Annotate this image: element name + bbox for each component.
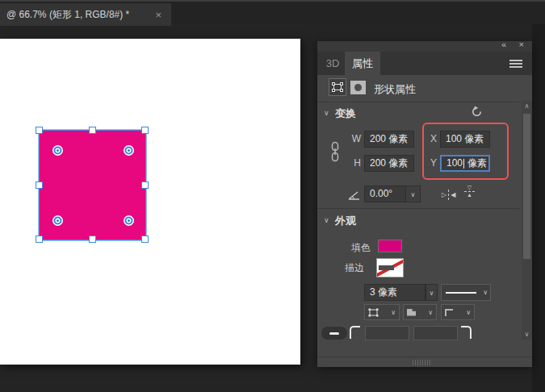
corner-radius-handle[interactable]	[128, 149, 130, 152]
panel-title-bar: « ×	[317, 41, 532, 52]
solid-line-glyph	[446, 292, 476, 294]
shape-rectangle[interactable]	[40, 131, 145, 240]
stroke-corner-icon	[445, 309, 453, 316]
transform-section-title: 变换	[335, 106, 356, 121]
tab-properties[interactable]: 属性	[345, 52, 380, 75]
flip-axis-dash	[448, 190, 449, 200]
scroll-up-icon[interactable]: ∧	[522, 102, 532, 110]
stroke-preview-bar	[379, 265, 394, 270]
stroke-align-dropdown[interactable]: ∨	[364, 304, 400, 320]
collapse-panel-icon[interactable]: «	[501, 40, 506, 49]
y-input-focused[interactable]: 100 像素	[440, 155, 490, 172]
angle-dropdown-chevron-icon[interactable]: ∨	[406, 186, 421, 202]
chevron-down-icon: ∨	[428, 309, 433, 316]
panel-menu-icon[interactable]	[509, 60, 522, 61]
flip-vertical-button[interactable]: ▽ ▲	[464, 186, 475, 198]
fill-label: 填色	[351, 241, 371, 255]
tab-close-icon[interactable]: ×	[152, 9, 165, 21]
transform-handle[interactable]	[36, 127, 43, 134]
top-right-radius-icon	[461, 326, 472, 339]
transform-handle[interactable]	[141, 236, 149, 243]
y-unit: 像素	[467, 156, 487, 170]
chevron-down-icon: ∨	[483, 285, 488, 300]
chevron-down-icon[interactable]: ∨	[324, 216, 329, 224]
transform-handle[interactable]	[89, 236, 96, 243]
reset-transform-icon[interactable]	[471, 106, 483, 121]
flip-horizontal-button[interactable]: ▷ ◀	[442, 187, 455, 202]
stroke-align-icon	[368, 308, 379, 317]
y-value: 100	[446, 156, 463, 170]
rotation-angle-input[interactable]: 0.00°	[364, 186, 406, 202]
transform-handle[interactable]	[141, 181, 149, 189]
panel-resize-grip[interactable]	[413, 360, 432, 365]
divider	[317, 208, 519, 209]
x-label: X	[426, 131, 437, 148]
corner-radius-handle[interactable]	[57, 149, 59, 152]
transform-properties-icon[interactable]	[329, 78, 346, 96]
width-label: W	[350, 131, 361, 148]
height-label: H	[350, 155, 361, 172]
text-cursor	[463, 159, 464, 169]
appearance-section-title: 外观	[335, 214, 356, 228]
document-tab[interactable]: @ 66.7% (矩形 1, RGB/8#) * ×	[0, 3, 171, 26]
document-canvas[interactable]	[0, 39, 300, 365]
mask-properties-icon[interactable]	[350, 81, 366, 94]
link-corner-radii-toggle[interactable]	[321, 327, 347, 340]
stroke-style-dropdown[interactable]: ∨	[441, 284, 491, 301]
angle-icon	[348, 189, 360, 203]
stroke-label: 描边	[345, 261, 364, 275]
stroke-corners-dropdown[interactable]: ∨	[441, 304, 475, 320]
link-glyph	[329, 332, 339, 335]
width-input[interactable]: 200 像素	[364, 131, 414, 148]
y-label: Y	[426, 155, 437, 172]
flip-down-glyph: ▽	[467, 186, 472, 190]
height-input[interactable]: 200 像素	[364, 155, 414, 172]
close-panel-icon[interactable]: ×	[519, 40, 524, 49]
corner-radius-handle[interactable]	[57, 219, 59, 222]
stroke-cap-icon	[407, 309, 416, 316]
scroll-down-icon[interactable]: ∨	[522, 331, 532, 338]
chevron-down-icon: ∨	[466, 309, 471, 316]
scrollbar-thumb[interactable]	[523, 114, 530, 259]
divider	[317, 357, 532, 357]
panel-tab-row: 3D 属性	[317, 52, 532, 75]
document-tab-title: @ 66.7% (矩形 1, RGB/8#) *	[6, 8, 152, 22]
mask-circle-glyph	[354, 84, 362, 91]
top-left-radius-icon	[350, 326, 360, 339]
flip-up-glyph: ▲	[467, 193, 472, 198]
top-right-radius-input[interactable]	[413, 326, 458, 340]
transform-handle[interactable]	[89, 127, 96, 134]
panel-scrollbar[interactable]: ∧ ∨	[522, 101, 532, 340]
chevron-down-icon[interactable]: ∨	[324, 109, 329, 117]
photoshop-window: @ 66.7% (矩形 1, RGB/8#) * × « × 3D	[0, 0, 545, 392]
document-tab-bar: @ 66.7% (矩形 1, RGB/8#) * ×	[0, 0, 545, 24]
transform-handle[interactable]	[36, 181, 43, 189]
link-dimensions-icon[interactable]	[330, 141, 340, 165]
tab-3d[interactable]: 3D	[321, 52, 345, 75]
stroke-color-swatch[interactable]	[376, 258, 404, 277]
transform-handle[interactable]	[36, 236, 43, 243]
transform-handle[interactable]	[141, 127, 149, 134]
stroke-width-input[interactable]: 3 像素	[364, 284, 426, 301]
divider	[317, 102, 519, 102]
workspace-gutter	[532, 24, 545, 392]
panel-section-title: 形状属性	[374, 82, 416, 97]
top-left-radius-input[interactable]	[365, 326, 409, 340]
bounding-box-icon	[332, 82, 343, 92]
stroke-width-chevron-icon[interactable]: ∨	[426, 284, 438, 301]
flip-left-glyph: ◀	[451, 191, 455, 198]
stroke-caps-dropdown[interactable]: ∨	[403, 304, 437, 320]
fill-color-swatch[interactable]	[378, 240, 402, 252]
properties-panel: « × 3D 属性 形状属性 ∨ 变换	[317, 41, 532, 367]
flip-right-glyph: ▷	[442, 191, 446, 198]
chevron-down-icon: ∨	[391, 309, 396, 316]
x-input[interactable]: 100 像素	[440, 131, 490, 148]
corner-radius-handle[interactable]	[128, 219, 130, 222]
